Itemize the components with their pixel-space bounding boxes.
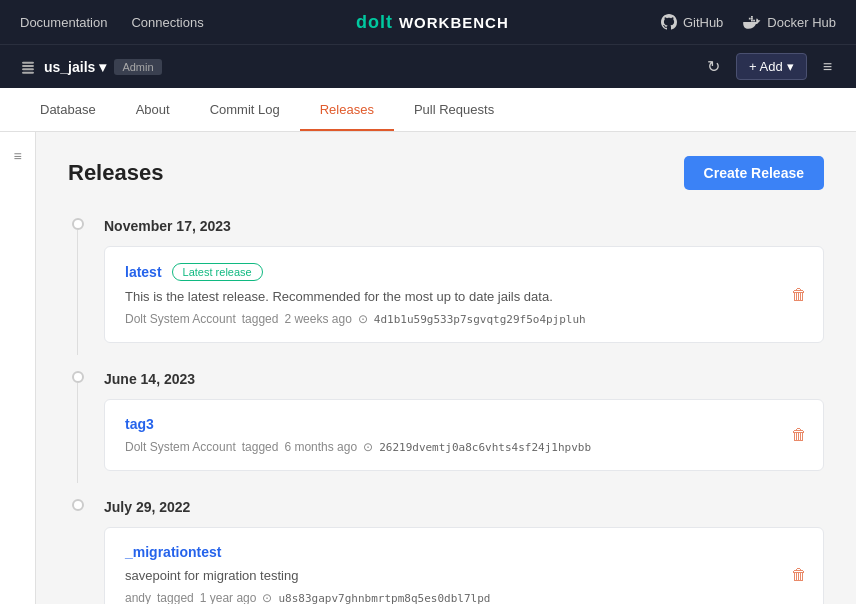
release-action-0: tagged (242, 312, 279, 326)
release-card-1: tag3 Dolt System Account tagged 6 months… (104, 399, 824, 471)
nav-documentation[interactable]: Documentation (20, 15, 107, 30)
db-name[interactable]: us_jails ▾ (44, 59, 106, 75)
github-link[interactable]: GitHub (661, 14, 723, 30)
release-description-2: savepoint for migration testing (125, 568, 803, 583)
release-meta-0: Dolt System Account tagged 2 weeks ago ⊙… (125, 312, 803, 326)
create-release-button[interactable]: Create Release (684, 156, 824, 190)
release-tag-0[interactable]: latest (125, 264, 162, 280)
delete-button-0[interactable]: 🗑 (791, 286, 807, 304)
release-description-0: This is the latest release. Recommended … (125, 289, 803, 304)
date-heading-1: June 14, 2023 (96, 367, 824, 399)
timeline-dot-1 (72, 371, 84, 383)
latest-badge-0: Latest release (172, 263, 263, 281)
svg-rect-2 (22, 68, 34, 70)
timeline: November 17, 2023 latest Latest release … (68, 214, 824, 604)
tab-database[interactable]: Database (20, 90, 116, 131)
github-label: GitHub (683, 15, 723, 30)
chevron-down-icon: ▾ (787, 59, 794, 74)
release-tag-row-1: tag3 (125, 416, 803, 432)
release-time-0: 2 weeks ago (284, 312, 351, 326)
timeline-line-0 (77, 230, 78, 355)
tab-pull-requests[interactable]: Pull Requests (394, 90, 514, 131)
main-content: Releases Create Release November 17, 202… (36, 132, 856, 604)
brand-workbench: WORKBENCH (399, 14, 509, 31)
database-icon (20, 59, 36, 75)
docker-label: Docker Hub (767, 15, 836, 30)
release-tag-row-0: latest Latest release (125, 263, 803, 281)
date-heading-0: November 17, 2023 (96, 214, 824, 246)
page-title: Releases (68, 160, 163, 186)
nav-connections[interactable]: Connections (131, 15, 203, 30)
release-time-1: 6 months ago (284, 440, 357, 454)
release-tag-2[interactable]: _migrationtest (125, 544, 221, 560)
page-header: Releases Create Release (68, 156, 824, 190)
release-author-0: Dolt System Account (125, 312, 236, 326)
menu-button[interactable]: ≡ (819, 54, 836, 80)
svg-rect-0 (22, 61, 34, 63)
delete-button-1[interactable]: 🗑 (791, 426, 807, 444)
second-bar-right: ↻ + Add ▾ ≡ (703, 53, 836, 80)
add-button[interactable]: + Add ▾ (736, 53, 807, 80)
brand-dolt: dolt (356, 12, 393, 33)
timeline-line-1 (77, 383, 78, 483)
release-card-0: latest Latest release This is the latest… (104, 246, 824, 343)
commit-icon-0: ⊙ (358, 312, 368, 326)
timeline-dot-2 (72, 499, 84, 511)
tab-nav: Database About Commit Log Releases Pull … (0, 88, 856, 132)
delete-button-2[interactable]: 🗑 (791, 566, 807, 584)
sidebar-toggle[interactable]: ≡ (0, 132, 36, 604)
refresh-button[interactable]: ↻ (703, 53, 724, 80)
release-action-2: tagged (157, 591, 194, 604)
commit-icon-1: ⊙ (363, 440, 373, 454)
release-time-2: 1 year ago (200, 591, 257, 604)
release-meta-2: andy tagged 1 year ago ⊙ u8s83gapv7ghnbm… (125, 591, 803, 604)
tab-commit-log[interactable]: Commit Log (190, 90, 300, 131)
timeline-dot-0 (72, 218, 84, 230)
second-bar: us_jails ▾ Admin ↻ + Add ▾ ≡ (0, 44, 856, 88)
tab-about[interactable]: About (116, 90, 190, 131)
tab-releases[interactable]: Releases (300, 90, 394, 131)
release-tag-1[interactable]: tag3 (125, 416, 154, 432)
commit-hash-2: u8s83gapv7ghnbmrtpm8q5es0dbl7lpd (278, 592, 490, 605)
release-group-0: November 17, 2023 latest Latest release … (68, 214, 824, 343)
top-nav: Documentation Connections dolt WORKBENCH… (0, 0, 856, 44)
top-nav-left: Documentation Connections (20, 15, 204, 30)
main-layout: ≡ Releases Create Release November 17, 2… (0, 132, 856, 604)
docker-icon (743, 15, 761, 29)
add-label: + Add (749, 59, 783, 74)
docker-link[interactable]: Docker Hub (743, 15, 836, 30)
release-action-1: tagged (242, 440, 279, 454)
release-author-1: Dolt System Account (125, 440, 236, 454)
commit-hash-0: 4d1b1u59g533p7sgvqtg29f5o4pjpluh (374, 313, 586, 326)
brand: dolt WORKBENCH (356, 12, 509, 33)
commit-icon-2: ⊙ (262, 591, 272, 604)
svg-rect-3 (22, 71, 34, 73)
commit-hash-1: 26219dvemtj0a8c6vhts4sf24j1hpvbb (379, 441, 591, 454)
release-meta-1: Dolt System Account tagged 6 months ago … (125, 440, 803, 454)
second-bar-left: us_jails ▾ Admin (20, 59, 162, 75)
top-nav-right: GitHub Docker Hub (661, 14, 836, 30)
admin-badge: Admin (114, 59, 161, 75)
github-icon (661, 14, 677, 30)
release-tag-row-2: _migrationtest (125, 544, 803, 560)
chevron-down-icon: ▾ (99, 59, 106, 75)
release-author-2: andy (125, 591, 151, 604)
release-group-1: June 14, 2023 tag3 Dolt System Account t… (68, 367, 824, 471)
release-group-2: July 29, 2022 _migrationtest savepoint f… (68, 495, 824, 604)
release-card-2: _migrationtest savepoint for migration t… (104, 527, 824, 604)
date-heading-2: July 29, 2022 (96, 495, 824, 527)
svg-rect-1 (22, 65, 34, 67)
